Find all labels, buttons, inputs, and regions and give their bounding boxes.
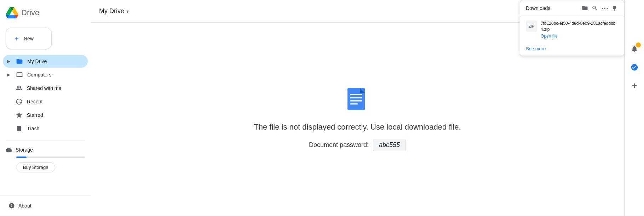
about-section: About	[0, 195, 91, 216]
sidebar-item-starred[interactable]: Starred	[3, 109, 88, 121]
app-title: Drive	[21, 8, 39, 17]
storage-bar	[16, 157, 85, 158]
password-row: Document password: abc555	[309, 139, 406, 151]
sidebar-item-label-shared: Shared with me	[27, 85, 61, 91]
storage-text: Storage	[16, 147, 33, 153]
document-icon	[345, 88, 370, 113]
sidebar-item-computers[interactable]: ▶ Computers	[3, 68, 88, 81]
cloud-icon	[6, 147, 12, 153]
sidebar-item-label-recent: Recent	[27, 99, 42, 104]
sidebar-item-label-computers: Computers	[27, 72, 51, 78]
sidebar-item-recent[interactable]: Recent	[3, 95, 88, 108]
sidebar: Drive ＋ New ▶ My Drive ▶ Computers S	[0, 0, 91, 216]
plus-icon: ＋	[13, 34, 20, 43]
downloads-title: Downloads	[526, 5, 550, 11]
folder-icon	[16, 58, 23, 65]
svg-rect-4	[350, 103, 358, 104]
sidebar-item-label-trash: Trash	[27, 126, 39, 131]
notification-badge	[636, 42, 641, 47]
new-button-label: New	[24, 36, 34, 41]
pin-icon[interactable]	[611, 5, 618, 12]
storage-label-row: Storage	[6, 147, 85, 153]
my-drive-button[interactable]: My Drive ▾	[99, 7, 129, 15]
folder-open-icon[interactable]	[581, 5, 588, 12]
buy-storage-button[interactable]: Buy Storage	[16, 162, 55, 172]
open-file-link[interactable]: Open file	[541, 34, 558, 39]
my-drive-label: My Drive	[99, 7, 124, 15]
downloads-header-icons: ⋯	[581, 5, 618, 12]
people-icon	[16, 85, 23, 92]
downloads-panel: Downloads ⋯ ZIP 7fb120bc-ef50-4d8d-8e09-…	[520, 0, 624, 56]
star-icon	[16, 112, 23, 119]
clock-icon	[16, 98, 23, 105]
storage-section: Storage Buy Storage	[6, 141, 85, 172]
arrow-icon: ▶	[7, 59, 10, 64]
download-item: ZIP 7fb120bc-ef50-4d8d-8e09-281acfeddbb4…	[520, 16, 624, 43]
arrow-icon: ▶	[7, 72, 10, 77]
computer-icon	[16, 71, 23, 78]
notification-button[interactable]	[628, 42, 641, 55]
drive-logo-icon	[6, 6, 18, 19]
right-sidebar	[624, 0, 644, 216]
info-icon	[8, 203, 15, 209]
downloads-header: Downloads ⋯	[520, 0, 624, 16]
dropdown-icon: ▾	[126, 8, 129, 14]
search-icon[interactable]	[591, 5, 598, 12]
add-button[interactable]	[628, 79, 641, 92]
logo-area: Drive	[0, 4, 91, 25]
password-label: Document password:	[309, 141, 369, 149]
nav-items: ▶ My Drive ▶ Computers Shared with me	[0, 55, 91, 135]
about-label: About	[18, 203, 31, 209]
see-more-link[interactable]: See more	[520, 43, 624, 56]
trash-icon	[16, 125, 23, 132]
check-circle-button[interactable]	[628, 61, 641, 74]
svg-rect-1	[350, 94, 362, 95]
sidebar-item-trash[interactable]: Trash	[3, 122, 88, 135]
svg-rect-3	[350, 100, 362, 102]
doc-icon-container	[345, 88, 370, 114]
sidebar-item-about[interactable]: About	[6, 201, 85, 210]
download-filename: 7fb120bc-ef50-4d8d-8e09-281acfeddbb4.zip	[541, 21, 618, 33]
sidebar-item-label-my-drive: My Drive	[27, 58, 47, 64]
sidebar-item-my-drive[interactable]: ▶ My Drive	[3, 55, 88, 68]
sidebar-item-shared[interactable]: Shared with me	[3, 82, 88, 95]
sidebar-item-label-starred: Starred	[27, 112, 43, 118]
password-value: abc555	[373, 139, 406, 151]
download-file-info: 7fb120bc-ef50-4d8d-8e09-281acfeddbb4.zip…	[541, 21, 618, 39]
file-error-message: The file is not displayed correctly. Use…	[254, 123, 461, 132]
storage-bar-fill	[16, 157, 27, 158]
more-icon[interactable]: ⋯	[601, 5, 608, 12]
zip-file-icon: ZIP	[526, 21, 537, 32]
svg-rect-2	[350, 97, 362, 98]
new-button[interactable]: ＋ New	[6, 28, 52, 49]
